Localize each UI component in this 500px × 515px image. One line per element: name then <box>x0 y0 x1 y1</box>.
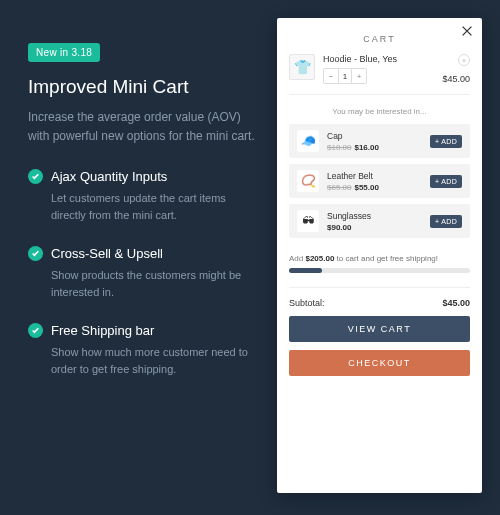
suggestion-name: Sunglasses <box>327 211 422 221</box>
line-price: $45.00 <box>442 74 470 84</box>
remove-icon[interactable]: × <box>458 54 470 66</box>
promo-panel: New in 3.18 Improved Mini Cart Increase … <box>28 42 258 400</box>
feature-title: Ajax Quantity Inputs <box>51 169 167 184</box>
feature-desc: Let customers update the cart items dire… <box>28 190 258 224</box>
subtotal-value: $45.00 <box>442 298 470 308</box>
free-shipping-bar: Add $205.00 to cart and get free shippin… <box>289 254 470 273</box>
qty-plus[interactable]: + <box>352 69 366 83</box>
sale-price: $16.00 <box>354 143 378 152</box>
subtotal-row: Subtotal: $45.00 <box>289 287 470 308</box>
add-button[interactable]: + ADD <box>430 175 462 188</box>
sale-price: $90.00 <box>327 223 351 232</box>
feature-ajax-qty: Ajax Quantity Inputs Let customers updat… <box>28 169 258 224</box>
qty-minus[interactable]: − <box>324 69 338 83</box>
feature-desc: Show products the customers might be int… <box>28 267 258 301</box>
progress-bar <box>289 268 470 273</box>
feature-title: Free Shipping bar <box>51 323 154 338</box>
promo-title: Improved Mini Cart <box>28 76 258 98</box>
qty-value: 1 <box>338 69 352 83</box>
feature-cross-sell: Cross-Sell & Upsell Show products the cu… <box>28 246 258 301</box>
mini-cart-panel: CART 👕 Hoodie - Blue, Yes − 1 + × $45.00… <box>277 18 482 493</box>
close-icon[interactable] <box>460 24 474 38</box>
new-badge: New in 3.18 <box>28 43 100 62</box>
suggestion-item: 📿 Leather Belt $65.00$55.00 + ADD <box>289 164 470 198</box>
feature-free-shipping: Free Shipping bar Show how much more cus… <box>28 323 258 378</box>
check-icon <box>28 246 43 261</box>
old-price: $18.00 <box>327 143 351 152</box>
view-cart-button[interactable]: VIEW CART <box>289 316 470 342</box>
check-icon <box>28 169 43 184</box>
cart-line-item: 👕 Hoodie - Blue, Yes − 1 + × $45.00 <box>289 54 470 95</box>
promo-description: Increase the average order value (AOV) w… <box>28 108 258 145</box>
suggestion-name: Cap <box>327 131 422 141</box>
old-price: $65.00 <box>327 183 351 192</box>
cart-title: CART <box>289 34 470 44</box>
quantity-stepper[interactable]: − 1 + <box>323 68 367 84</box>
sale-price: $55.00 <box>354 183 378 192</box>
product-thumb: 🧢 <box>297 130 319 152</box>
product-thumb: 👕 <box>289 54 315 80</box>
check-icon <box>28 323 43 338</box>
suggestion-item: 🕶 Sunglasses $90.00 + ADD <box>289 204 470 238</box>
product-name: Hoodie - Blue, Yes <box>323 54 434 64</box>
suggestions-header: You may be interested in... <box>289 107 470 116</box>
subtotal-label: Subtotal: <box>289 298 325 308</box>
progress-fill <box>289 268 322 273</box>
ship-text-suffix: to cart and get free shipping! <box>334 254 438 263</box>
ship-amount: $205.00 <box>305 254 334 263</box>
product-thumb: 🕶 <box>297 210 319 232</box>
feature-title: Cross-Sell & Upsell <box>51 246 163 261</box>
ship-text-prefix: Add <box>289 254 305 263</box>
suggestion-name: Leather Belt <box>327 171 422 181</box>
feature-desc: Show how much more customer need to orde… <box>28 344 258 378</box>
add-button[interactable]: + ADD <box>430 135 462 148</box>
checkout-button[interactable]: CHECKOUT <box>289 350 470 376</box>
product-thumb: 📿 <box>297 170 319 192</box>
suggestion-item: 🧢 Cap $18.00$16.00 + ADD <box>289 124 470 158</box>
add-button[interactable]: + ADD <box>430 215 462 228</box>
